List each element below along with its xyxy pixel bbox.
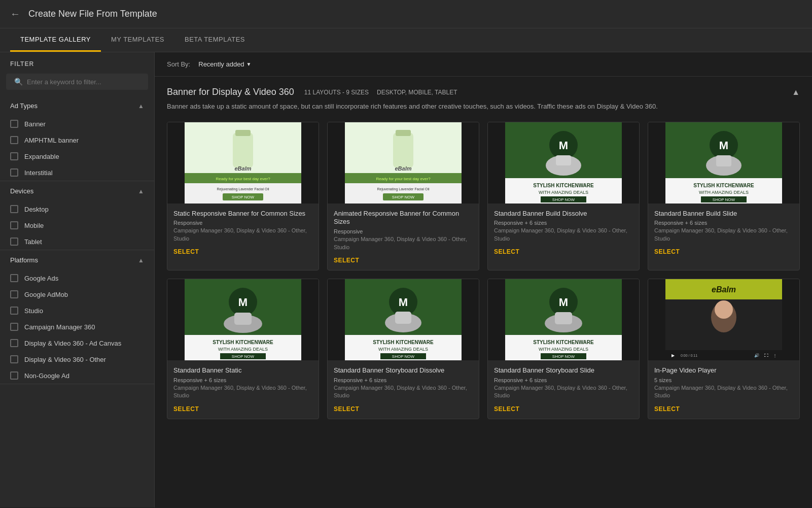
- filter-item-banner[interactable]: Banner: [0, 116, 154, 132]
- checkbox-studio[interactable]: [10, 307, 18, 315]
- template-card-static-responsive[interactable]: eBalm Ready for your best day ever? Reju…: [167, 122, 319, 271]
- card-platforms-2: Campaign Manager 360, Display & Video 36…: [334, 235, 473, 251]
- template-card-storyboard-dissolve[interactable]: M STYLISH KITCHENWARE WITH AMAZING DEALS…: [327, 279, 479, 419]
- filter-item-expandable[interactable]: Expandable: [0, 148, 154, 164]
- template-card-standard-static[interactable]: M STYLISH KITCHENWARE WITH AMAZING DEALS…: [167, 279, 319, 419]
- filter-section-devices-header[interactable]: Devices ▲: [0, 181, 154, 201]
- select-button-2[interactable]: SELECT: [334, 257, 359, 264]
- svg-text:M: M: [559, 139, 568, 152]
- search-box[interactable]: 🔍: [6, 74, 148, 90]
- tab-beta-templates[interactable]: BETA TEMPLATES: [174, 28, 255, 52]
- template-card-video-player[interactable]: eBalm ▶ 0:00 / 0:11 🔊 ⛶: [648, 279, 800, 419]
- card-preview-3: M STYLISH KITCHENWARE WITH AMAZING DEALS…: [488, 122, 639, 204]
- card-preview-6: M STYLISH KITCHENWARE WITH AMAZING DEALS…: [328, 279, 479, 360]
- section-collapse-button[interactable]: ▲: [792, 88, 800, 97]
- svg-text:WITH AMAZING DEALS: WITH AMAZING DEALS: [539, 190, 588, 195]
- checkbox-interstitial[interactable]: [10, 168, 18, 177]
- filter-label-google-ads: Google Ads: [24, 275, 58, 282]
- filter-label-dv360-ad-canvas: Display & Video 360 - Ad Canvas: [24, 340, 121, 347]
- checkbox-mobile[interactable]: [10, 221, 18, 229]
- checkbox-banner[interactable]: [10, 120, 18, 128]
- card-title-1: Static Responsive Banner for Common Size…: [173, 210, 312, 218]
- filter-header: FILTER: [0, 52, 154, 72]
- select-button-6[interactable]: SELECT: [334, 405, 359, 413]
- checkbox-tablet[interactable]: [10, 238, 18, 246]
- svg-rect-38: [716, 155, 731, 166]
- card-preview-1: eBalm Ready for your best day ever? Reju…: [167, 122, 319, 204]
- sort-select[interactable]: Recently added ▼: [194, 58, 255, 70]
- select-button-3[interactable]: SELECT: [494, 248, 519, 255]
- select-button-7[interactable]: SELECT: [494, 405, 519, 413]
- checkbox-campaign-manager[interactable]: [10, 323, 18, 331]
- svg-text:SHOP NOW: SHOP NOW: [232, 354, 255, 359]
- search-input[interactable]: [27, 78, 140, 86]
- filter-item-google-ads[interactable]: Google Ads: [0, 270, 154, 286]
- card-subtitle-4: Responsive + 6 sizes: [654, 220, 793, 226]
- filter-item-studio[interactable]: Studio: [0, 302, 154, 319]
- template-card-standard-dissolve[interactable]: M STYLISH KITCHENWARE WITH AMAZING DEALS…: [487, 122, 640, 271]
- svg-text:eBalm: eBalm: [712, 285, 736, 294]
- filter-item-tablet[interactable]: Tablet: [0, 233, 154, 250]
- card-platforms-8: Campaign Manager 360, Display & Video 36…: [654, 384, 793, 400]
- checkbox-dv360-other[interactable]: [10, 355, 18, 363]
- select-button-5[interactable]: SELECT: [173, 405, 199, 413]
- checkbox-desktop[interactable]: [10, 205, 18, 213]
- devices-label: Devices: [10, 187, 33, 195]
- checkbox-google-ads[interactable]: [10, 274, 18, 282]
- tab-my-templates[interactable]: MY TEMPLATES: [101, 28, 174, 52]
- card-body-1: Static Responsive Banner for Common Size…: [167, 204, 319, 262]
- select-button-4[interactable]: SELECT: [654, 248, 680, 255]
- checkbox-non-google[interactable]: [10, 371, 18, 380]
- template-card-storyboard-slide[interactable]: M STYLISH KITCHENWARE WITH AMAZING DEALS…: [487, 279, 640, 419]
- card-title-4: Standard Banner Build Slide: [654, 210, 793, 218]
- select-button-1[interactable]: SELECT: [173, 248, 199, 255]
- card-subtitle-6: Responsive + 6 sizes: [334, 377, 473, 383]
- section-meta: 11 LAYOUTS - 9 SIZES DESKTOP, MOBILE, TA…: [304, 89, 457, 96]
- svg-text:WITH AMAZING DEALS: WITH AMAZING DEALS: [699, 190, 749, 195]
- card-title-8: In-Page Video Player: [654, 366, 793, 375]
- filter-section-platforms-header[interactable]: Platforms ▲: [0, 250, 154, 270]
- card-preview-4: M STYLISH KITCHENWARE WITH AMAZING DEALS…: [648, 122, 799, 204]
- svg-rect-14: [396, 130, 411, 136]
- card-subtitle-7: Responsive + 6 sizes: [494, 377, 633, 383]
- svg-text:STYLISH KITCHENWARE: STYLISH KITCHENWARE: [533, 183, 594, 188]
- card-preview-7: M STYLISH KITCHENWARE WITH AMAZING DEALS…: [488, 279, 639, 360]
- filter-item-dv360-other[interactable]: Display & Video 360 - Other: [0, 351, 154, 367]
- filter-label-google-admob: Google AdMob: [24, 291, 68, 298]
- svg-text:WITH AMAZING DEALS: WITH AMAZING DEALS: [218, 347, 268, 352]
- content-area: Sort By: Recently added ▼ Banner for Dis…: [155, 52, 812, 507]
- filter-label-studio: Studio: [24, 307, 43, 315]
- sort-selected-value: Recently added: [198, 60, 244, 68]
- checkbox-google-admob[interactable]: [10, 290, 18, 298]
- svg-text:STYLISH KITCHENWARE: STYLISH KITCHENWARE: [373, 340, 434, 345]
- filter-section-platforms: Platforms ▲ Google Ads Google AdMob Stud…: [0, 250, 154, 384]
- filter-item-non-google[interactable]: Non-Google Ad: [0, 367, 154, 384]
- template-card-standard-slide[interactable]: M STYLISH KITCHENWARE WITH AMAZING DEALS…: [648, 122, 800, 271]
- svg-text:⋮: ⋮: [773, 353, 777, 358]
- search-icon: 🔍: [14, 78, 23, 86]
- svg-rect-71: [555, 312, 572, 324]
- select-button-8[interactable]: SELECT: [654, 405, 680, 413]
- filter-label-amphtml: AMPHTML banner: [24, 137, 79, 144]
- filter-label-tablet: Tablet: [24, 238, 42, 246]
- svg-text:Ready for your best day ever?: Ready for your best day ever?: [376, 177, 431, 181]
- filter-section-ad-types-header[interactable]: Ad Types ▲: [0, 96, 154, 116]
- filter-item-dv360-ad-canvas[interactable]: Display & Video 360 - Ad Canvas: [0, 335, 154, 351]
- svg-text:SHOP NOW: SHOP NOW: [232, 195, 255, 199]
- checkbox-dv360-ad-canvas[interactable]: [10, 339, 18, 347]
- checkbox-expandable[interactable]: [10, 152, 18, 160]
- filter-item-campaign-manager[interactable]: Campaign Manager 360: [0, 319, 154, 335]
- filter-item-desktop[interactable]: Desktop: [0, 201, 154, 217]
- filter-label-desktop: Desktop: [24, 206, 49, 213]
- svg-text:eBalm: eBalm: [395, 165, 411, 172]
- filter-item-amphtml[interactable]: AMPHTML banner: [0, 132, 154, 148]
- filter-item-interstitial[interactable]: Interstitial: [0, 164, 154, 181]
- platforms-meta: DESKTOP, MOBILE, TABLET: [377, 89, 457, 96]
- checkbox-amphtml[interactable]: [10, 136, 18, 144]
- filter-item-mobile[interactable]: Mobile: [0, 217, 154, 233]
- tab-template-gallery[interactable]: TEMPLATE GALLERY: [10, 28, 101, 52]
- card-body-5: Standard Banner Static Responsive + 6 si…: [167, 360, 319, 419]
- filter-item-google-admob[interactable]: Google AdMob: [0, 286, 154, 302]
- template-card-animated-responsive[interactable]: eBalm Ready for your best day ever? Reju…: [327, 122, 479, 271]
- back-button[interactable]: ←: [10, 8, 20, 20]
